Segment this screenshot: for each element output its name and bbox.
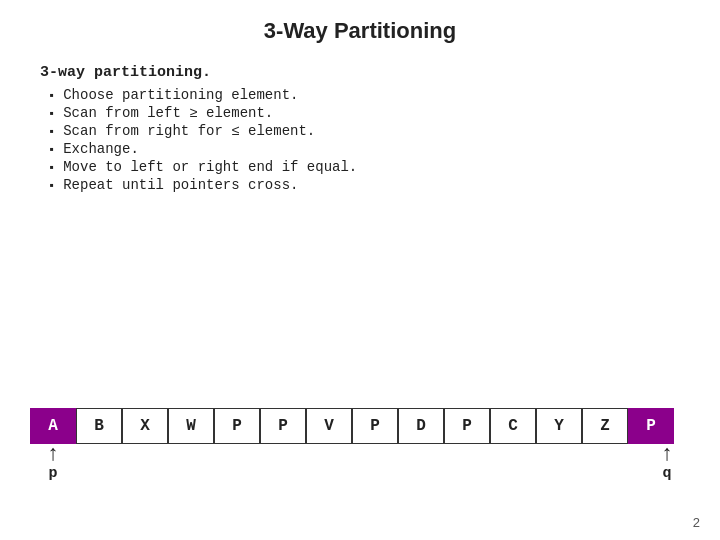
- array-cell-12: Z: [582, 408, 628, 444]
- bullet-item: Exchange.: [48, 141, 680, 157]
- array-cell-7: P: [352, 408, 398, 444]
- pointer-p: ↑ p: [30, 444, 76, 481]
- array-cell-8: D: [398, 408, 444, 444]
- bullet-item: Move to left or right end if equal.: [48, 159, 680, 175]
- array-cell-4: P: [214, 408, 260, 444]
- array-cell-0: A: [30, 408, 76, 444]
- bullet-item: Repeat until pointers cross.: [48, 177, 680, 193]
- pointer-q-label: q: [662, 466, 671, 481]
- pointer-q: ↑ q: [644, 444, 690, 481]
- array-cell-10: C: [490, 408, 536, 444]
- array-cell-3: W: [168, 408, 214, 444]
- array-cell-9: P: [444, 408, 490, 444]
- pointer-p-label: p: [48, 466, 57, 481]
- bullet-list: Choose partitioning element.Scan from le…: [40, 87, 680, 193]
- page-number: 2: [693, 515, 700, 530]
- array-cell-6: V: [306, 408, 352, 444]
- array-cell-1: B: [76, 408, 122, 444]
- array-section: ABXWPPVPDPCYZP ↑ p ↑ q: [30, 408, 690, 480]
- bullet-item: Scan from left ≥ element.: [48, 105, 680, 121]
- content-area: 3-way partitioning. Choose partitioning …: [0, 54, 720, 205]
- array-row: ABXWPPVPDPCYZP: [30, 408, 690, 444]
- arrow-up-left: ↑: [46, 444, 59, 466]
- array-cell-13: P: [628, 408, 674, 444]
- array-cell-11: Y: [536, 408, 582, 444]
- bullet-item: Scan from right for ≤ element.: [48, 123, 680, 139]
- array-cell-2: X: [122, 408, 168, 444]
- bullet-item: Choose partitioning element.: [48, 87, 680, 103]
- page-title: 3-Way Partitioning: [0, 0, 720, 54]
- arrow-up-right: ↑: [660, 444, 673, 466]
- pointer-row: ↑ p ↑ q: [30, 444, 690, 480]
- array-cell-5: P: [260, 408, 306, 444]
- section-heading: 3-way partitioning.: [40, 64, 680, 81]
